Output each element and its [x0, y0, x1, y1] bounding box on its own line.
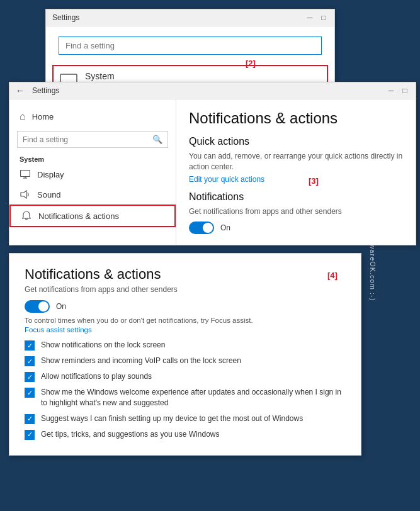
- panel3-desc: Get notifications from apps and other se…: [25, 285, 346, 294]
- notifications-section-desc: Get notifications from apps and other se…: [189, 206, 403, 217]
- checkmark-5: ✓: [27, 430, 33, 439]
- checkbox-2[interactable]: ✓: [25, 372, 35, 382]
- checkmark-0: ✓: [27, 342, 33, 350]
- edit-quick-actions-link[interactable]: Edit your quick actions: [189, 175, 403, 184]
- focus-assist-link[interactable]: Focus assist settings: [25, 326, 346, 334]
- checkbox-row-4: ✓ Suggest ways I can finish setting up m…: [25, 413, 346, 424]
- panel3-toggle-label: On: [56, 302, 66, 311]
- panel1-controls: ─ □: [305, 13, 328, 22]
- quick-actions-desc: You can add, remove, or rearrange your q…: [189, 151, 403, 172]
- display-label: Display: [37, 170, 64, 179]
- sidebar-search-input[interactable]: [23, 135, 152, 144]
- panel3-title: Notifications & actions: [25, 266, 346, 283]
- panel3-focus-text: To control times when you do or don't ge…: [25, 317, 346, 324]
- panel2-minimize-button[interactable]: ─: [387, 86, 395, 95]
- panel3-toggle[interactable]: [25, 300, 50, 313]
- label-3: [3]: [309, 176, 319, 186]
- panel3-toggle-row: On: [25, 300, 346, 313]
- checkbox-label-5: Get tips, tricks, and suggestions as you…: [41, 429, 219, 440]
- checkmark-1: ✓: [27, 357, 33, 366]
- panel2-titlebar: ← Settings ─ □: [9, 82, 416, 99]
- panel2-maximize-button[interactable]: □: [400, 86, 409, 95]
- panel2-window: ← Settings ─ □ ⌂ Home 🔍 System: [9, 82, 416, 245]
- minimize-button[interactable]: ─: [305, 13, 314, 22]
- panel1-titlebar: Settings ─ □: [46, 9, 334, 26]
- checkbox-row-2: ✓ Allow notifications to play sounds: [25, 371, 346, 382]
- checkbox-row-3: ✓ Show me the Windows welcome experience…: [25, 387, 346, 408]
- sidebar-section-label: System: [9, 152, 176, 164]
- checkmark-2: ✓: [27, 373, 33, 381]
- checkbox-label-3: Show me the Windows welcome experience a…: [41, 387, 346, 408]
- checkbox-5[interactable]: ✓: [25, 430, 35, 440]
- svg-rect-3: [21, 171, 30, 177]
- sidebar-item-display[interactable]: Display: [9, 164, 176, 184]
- sidebar-home[interactable]: ⌂ Home: [9, 106, 176, 127]
- sound-label: Sound: [37, 190, 61, 199]
- panel2-sidebar: ⌂ Home 🔍 System Display: [9, 99, 176, 245]
- display-icon: [20, 169, 31, 180]
- panel2-title-left: ← Settings: [16, 86, 59, 96]
- checkbox-label-1: Show reminders and incoming VoIP calls o…: [41, 356, 241, 366]
- checkbox-1[interactable]: ✓: [25, 356, 35, 366]
- notifications-section-title: Notifications: [189, 191, 403, 203]
- notifications-label: Notifications & actions: [38, 211, 119, 221]
- panel3-window: Notifications & actions Get notification…: [9, 253, 361, 456]
- home-icon: ⌂: [20, 111, 26, 122]
- sidebar-item-notifications[interactable]: Notifications & actions: [9, 205, 176, 227]
- panel2-body: ⌂ Home 🔍 System Display: [9, 99, 416, 245]
- panel2-title: Settings: [32, 86, 59, 95]
- checkmark-4: ✓: [27, 415, 33, 423]
- notifications-toggle[interactable]: [189, 222, 214, 234]
- panel2-controls: ─ □: [387, 86, 409, 95]
- system-label: System: [85, 71, 193, 81]
- panel1-title: Settings: [52, 13, 79, 22]
- sidebar-item-sound[interactable]: Sound: [9, 184, 176, 205]
- checkbox-label-2: Allow notifications to play sounds: [41, 371, 152, 382]
- notifications-icon: [21, 210, 32, 222]
- panel2-main: Notifications & actions Quick actions Yo…: [176, 99, 416, 245]
- label-2: [2]: [246, 59, 256, 68]
- checkbox-0[interactable]: ✓: [25, 340, 35, 351]
- checkbox-4[interactable]: ✓: [25, 414, 35, 424]
- main-page-title: Notifications & actions: [189, 110, 403, 127]
- quick-actions-title: Quick actions: [189, 136, 403, 147]
- back-button[interactable]: ←: [16, 86, 25, 96]
- checkbox-label-0: Show notifications on the lock screen: [41, 340, 165, 351]
- svg-marker-6: [21, 191, 26, 198]
- checkbox-label-4: Suggest ways I can finish setting up my …: [41, 413, 303, 424]
- search-icon: 🔍: [152, 135, 162, 144]
- notifications-toggle-row: On: [189, 222, 403, 234]
- sidebar-search-box[interactable]: 🔍: [17, 131, 168, 148]
- toggle-label: On: [220, 223, 230, 232]
- panel1-search-input[interactable]: [59, 36, 322, 55]
- sidebar-home-label: Home: [32, 112, 54, 121]
- checkmark-3: ✓: [27, 389, 33, 397]
- checkbox-row-1: ✓ Show reminders and incoming VoIP calls…: [25, 356, 346, 366]
- checkbox-row-5: ✓ Get tips, tricks, and suggestions as y…: [25, 429, 346, 440]
- sound-icon: [20, 189, 31, 200]
- checkbox-row-0: ✓ Show notifications on the lock screen: [25, 340, 346, 351]
- maximize-button[interactable]: □: [319, 13, 328, 22]
- checkbox-3[interactable]: ✓: [25, 388, 35, 398]
- label-4: [4]: [327, 271, 338, 280]
